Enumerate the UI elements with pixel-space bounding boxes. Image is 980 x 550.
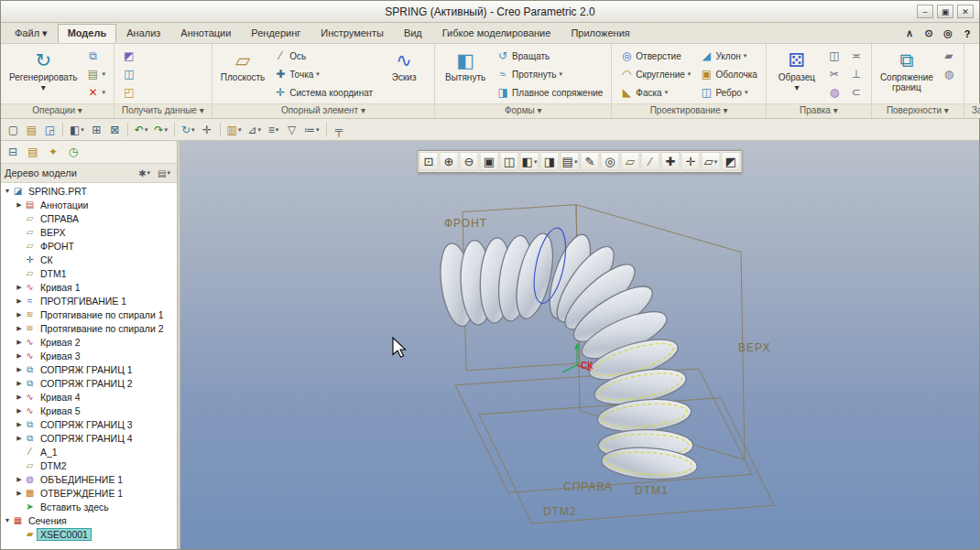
expand-arrow-icon[interactable]: ▶ bbox=[15, 421, 24, 428]
history-tab-button[interactable]: ◷ bbox=[64, 143, 82, 161]
undo-button[interactable]: ↶▾ bbox=[132, 121, 151, 138]
ribbon-button[interactable]: ≍ bbox=[846, 47, 866, 65]
ribbon-group-label[interactable]: Формы ▾ bbox=[435, 103, 611, 118]
ribbon-button[interactable]: ▱Плоскость bbox=[217, 47, 269, 84]
ribbon-button[interactable]: ◍ bbox=[824, 83, 844, 102]
tree-item[interactable]: ▶∿Кривая 1 bbox=[1, 280, 177, 294]
expand-arrow-icon[interactable]: ▶ bbox=[15, 435, 24, 442]
ribbon-group-label[interactable]: Проектирование ▾ bbox=[612, 103, 766, 118]
spring-model[interactable] bbox=[436, 225, 699, 482]
repaint-button[interactable]: ◫ bbox=[500, 152, 519, 171]
ribbon-tab-6[interactable]: Инструменты bbox=[310, 24, 394, 43]
csys-display-button[interactable]: ✛ bbox=[681, 152, 701, 171]
expand-arrow-icon[interactable]: ▶ bbox=[15, 325, 24, 332]
annotation-display-button[interactable]: ✎ bbox=[581, 152, 600, 171]
ribbon-button[interactable]: ⁄Ось bbox=[270, 47, 376, 65]
expand-arrow-icon[interactable]: ▶ bbox=[15, 339, 24, 346]
save-button[interactable]: ◲ bbox=[41, 121, 59, 138]
ribbon-button[interactable]: ◎Отверстие bbox=[616, 47, 694, 65]
ribbon-tab-4[interactable]: Аннотации bbox=[170, 24, 241, 43]
tree-item[interactable]: ▶⧉СОПРЯЖ ГРАНИЦ 4 bbox=[1, 431, 177, 445]
favorites-tab-button[interactable]: ✦ bbox=[44, 143, 62, 161]
tree-item[interactable]: ▶⧉СОПРЯЖ ГРАНИЦ 1 bbox=[1, 362, 177, 376]
ribbon-group-label[interactable]: Замысел модели ▾ bbox=[964, 103, 980, 118]
collapse-ribbon-button[interactable]: ∧ bbox=[901, 26, 918, 41]
tree-item[interactable]: ▶∿Кривая 5 bbox=[1, 404, 177, 417]
new-file-button[interactable]: ▢ bbox=[5, 121, 22, 138]
model-display-button[interactable]: ◧▾ bbox=[67, 121, 87, 138]
tree-item[interactable]: ▱ФРОНТ bbox=[1, 239, 177, 253]
expand-arrow-icon[interactable]: ▶ bbox=[15, 476, 24, 483]
ribbon-tab-9[interactable]: Приложения bbox=[561, 24, 639, 43]
ribbon-button[interactable]: ✚Точка▾ bbox=[270, 65, 376, 83]
close-button[interactable]: ✕ bbox=[957, 5, 974, 18]
perspective-button[interactable]: ◩ bbox=[722, 152, 741, 171]
tree-item[interactable]: ▱DTM1 bbox=[1, 266, 177, 280]
ribbon-button[interactable]: ◰ bbox=[119, 83, 139, 102]
expand-arrow-icon[interactable]: ▶ bbox=[15, 297, 24, 305]
ribbon-button[interactable]: ⧉Сопряжение границ bbox=[877, 47, 937, 94]
open-button[interactable]: ▤ bbox=[23, 121, 40, 138]
ribbon-tab-3[interactable]: Анализ bbox=[116, 24, 170, 43]
ribbon-button[interactable]: ◠Скругление▾ bbox=[616, 65, 694, 83]
expand-arrow-icon[interactable]: ▶ bbox=[15, 490, 24, 497]
expand-arrow-icon[interactable]: ▶ bbox=[15, 380, 24, 387]
tree-item[interactable]: ➤Вставить здесь bbox=[1, 500, 177, 513]
ribbon-button[interactable]: ↻Регенерировать ▾ bbox=[5, 47, 81, 94]
saved-views-button[interactable]: ▤▾ bbox=[561, 152, 580, 171]
expand-arrow-icon[interactable]: ▶ bbox=[15, 311, 24, 318]
tools-button[interactable]: ≔▾ bbox=[301, 121, 322, 138]
section-view-button[interactable]: ◨ bbox=[540, 152, 560, 171]
tree-item[interactable]: ▶∿Кривая 4 bbox=[1, 390, 177, 404]
tree-item[interactable]: ▼▦Сечения bbox=[1, 513, 177, 527]
ribbon-button[interactable]: ∿Эскиз bbox=[378, 47, 430, 84]
zoom-in-button[interactable]: ⊕ bbox=[440, 152, 459, 171]
ribbon-button[interactable]: ◨Плавное сопряжение bbox=[493, 83, 606, 102]
folders-tab-button[interactable]: ▤ bbox=[24, 143, 42, 161]
regenerate-small-button[interactable]: ↻▾ bbox=[179, 121, 198, 138]
ribbon-button[interactable]: ⚄Образец ▾ bbox=[771, 47, 822, 94]
tree-settings-button[interactable]: ✱▾ bbox=[136, 167, 153, 180]
ribbon-button[interactable]: ▣Оболочка bbox=[696, 65, 761, 83]
section-small-button[interactable]: ⊿▾ bbox=[245, 121, 264, 138]
tree-item[interactable]: ⁄A_1 bbox=[1, 445, 177, 458]
ribbon-button[interactable]: ◣Фаска▾ bbox=[616, 83, 694, 102]
expand-arrow-icon[interactable]: ▶ bbox=[15, 201, 24, 209]
expand-arrow-icon[interactable]: ▶ bbox=[15, 407, 24, 415]
spin-center-button[interactable]: ◎ bbox=[601, 152, 620, 171]
expand-arrow-icon[interactable]: ▶ bbox=[15, 394, 24, 401]
tree-item[interactable]: ▶≈ПРОТЯГИВАНИЕ 1 bbox=[1, 294, 177, 307]
plane-display-button[interactable]: ▱ bbox=[621, 152, 640, 171]
display-style-button[interactable]: ◧▾ bbox=[520, 152, 539, 171]
tree-item[interactable]: ▱ВЕРХ bbox=[1, 225, 177, 239]
customize-button[interactable]: ╤ bbox=[331, 121, 348, 138]
minimize-button[interactable]: – bbox=[917, 5, 933, 18]
tree-item[interactable]: ▰XSEC0001 bbox=[1, 527, 177, 541]
ribbon-button[interactable]: ↺Вращать bbox=[493, 47, 606, 65]
ribbon-tab-8[interactable]: Гибкое моделирование bbox=[432, 24, 561, 43]
tree-item[interactable]: ▶≋Протягивание по спирали 1 bbox=[1, 307, 177, 321]
close-window-button[interactable]: ⊠ bbox=[106, 121, 124, 138]
box-zoom-button[interactable]: ⊡ bbox=[419, 152, 439, 171]
ribbon-button[interactable]: ▰ bbox=[939, 47, 959, 65]
tree-item[interactable]: ▼◪SPRING.PRT bbox=[1, 184, 177, 198]
ribbon-button[interactable]: ⊞Интерфейс компонента bbox=[969, 47, 980, 94]
ribbon-group-label[interactable]: Получить данные ▾ bbox=[114, 103, 212, 118]
axis-display-button[interactable]: ⁄ bbox=[641, 152, 660, 171]
model-tree-tab-button[interactable]: ⊟ bbox=[4, 143, 22, 161]
ribbon-button[interactable]: ▤▾ bbox=[82, 65, 109, 83]
ribbon-button[interactable]: ✂ bbox=[824, 65, 844, 83]
help-button[interactable]: ? bbox=[959, 26, 975, 41]
point-display-button[interactable]: ✚ bbox=[661, 152, 681, 171]
ribbon-group-label[interactable]: Поверхности ▾ bbox=[872, 103, 964, 118]
ribbon-group-label[interactable]: Правка ▾ bbox=[767, 103, 871, 118]
refit-button[interactable]: ▣ bbox=[480, 152, 499, 171]
tree-item[interactable]: ▶∿Кривая 3 bbox=[1, 349, 177, 362]
tree-item[interactable]: ▶▤Аннотации bbox=[1, 198, 177, 211]
ribbon-group-label[interactable]: Операции ▾ bbox=[1, 103, 114, 118]
ribbon-tab-7[interactable]: Вид bbox=[394, 24, 432, 43]
windows-button[interactable]: ⊞ bbox=[88, 121, 105, 138]
tree-item[interactable]: ▶∿Кривая 2 bbox=[1, 335, 177, 349]
tree-item[interactable]: ✛СК bbox=[1, 253, 177, 266]
ribbon-button[interactable]: ◩ bbox=[119, 47, 139, 65]
